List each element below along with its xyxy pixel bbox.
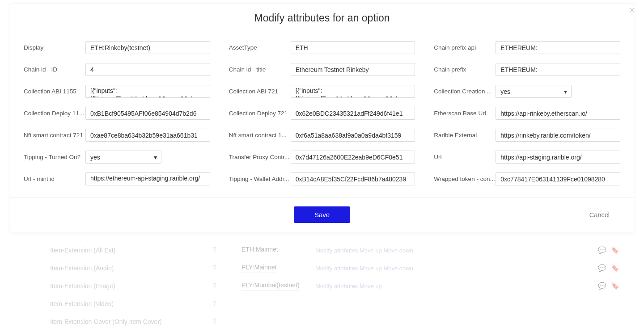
close-icon[interactable]: × — [627, 3, 636, 17]
nft-721-input[interactable] — [85, 129, 210, 142]
tipping-wallet-label: Tipping - Wallet Addr... — [229, 176, 291, 182]
chain-id-title-label: Chain id - title — [229, 66, 291, 73]
url-mint-label: Url - mint id — [24, 176, 85, 182]
url-mint-input[interactable]: https://ethereum-api-staging.rarible.org… — [85, 172, 210, 185]
wrapped-token-label: Wrapped token - con... — [434, 176, 496, 182]
coll-deploy-721-label: Collection Deploy 721 — [229, 110, 291, 117]
coll-abi-721-input[interactable]: [{"inputs":[{"internalType":"address","n… — [291, 85, 415, 98]
rarible-ext-label: Rarible External — [434, 132, 496, 139]
asset-type-input[interactable] — [291, 41, 415, 54]
chain-prefix-label: Chain prefix — [434, 66, 496, 73]
nft-1155-label: Nft smart contract 1... — [229, 132, 291, 139]
url-input[interactable] — [496, 151, 620, 164]
nft-1155-input[interactable] — [291, 129, 415, 142]
chain-id-title-input[interactable] — [291, 63, 415, 76]
coll-abi-1155-input[interactable]: [{"inputs":[{"internalType":"address","n… — [85, 85, 210, 98]
chain-id-id-input[interactable] — [85, 63, 210, 76]
nft-721-label: Nft smart contract 721 — [24, 132, 85, 139]
modal-title: Modify attributes for an option — [10, 4, 634, 29]
tipping-wallet-input[interactable] — [291, 172, 415, 185]
etherscan-input[interactable] — [496, 107, 620, 120]
etherscan-label: Etherscan Base Url — [434, 110, 496, 117]
display-label: Display — [24, 44, 85, 51]
url-label: Url — [434, 154, 496, 160]
display-input[interactable] — [85, 41, 210, 54]
coll-deploy-1155-input[interactable] — [85, 107, 210, 120]
coll-creation-select[interactable] — [496, 85, 572, 98]
transfer-proxy-input[interactable] — [291, 151, 415, 164]
transfer-proxy-label: Transfer Proxy Contr... — [229, 154, 291, 160]
coll-abi-721-label: Collection ABI 721 — [229, 88, 291, 95]
chain-prefix-api-input[interactable] — [496, 41, 620, 54]
coll-abi-1155-label: Collection ABI 1155 — [24, 88, 85, 95]
coll-deploy-721-input[interactable] — [291, 107, 415, 120]
wrapped-token-input[interactable] — [496, 172, 620, 185]
modify-attributes-modal: × Modify attributes for an option Displa… — [10, 4, 634, 232]
chain-prefix-input[interactable] — [496, 63, 620, 76]
rarible-ext-input[interactable] — [496, 129, 620, 142]
chain-id-id-label: Chain id - ID — [24, 66, 85, 73]
coll-creation-label: Collection Creation ... — [434, 88, 496, 95]
cancel-button[interactable]: Cancel — [589, 211, 610, 218]
tipping-on-label: Tipping - Turned On? — [24, 154, 85, 160]
save-button[interactable]: Save — [294, 206, 350, 223]
chain-prefix-api-label: Chain prefix api — [434, 44, 496, 51]
asset-type-label: AssetType — [229, 44, 291, 51]
coll-deploy-1155-label: Collection Deploy 11... — [24, 110, 85, 117]
tipping-on-select[interactable] — [85, 151, 161, 164]
